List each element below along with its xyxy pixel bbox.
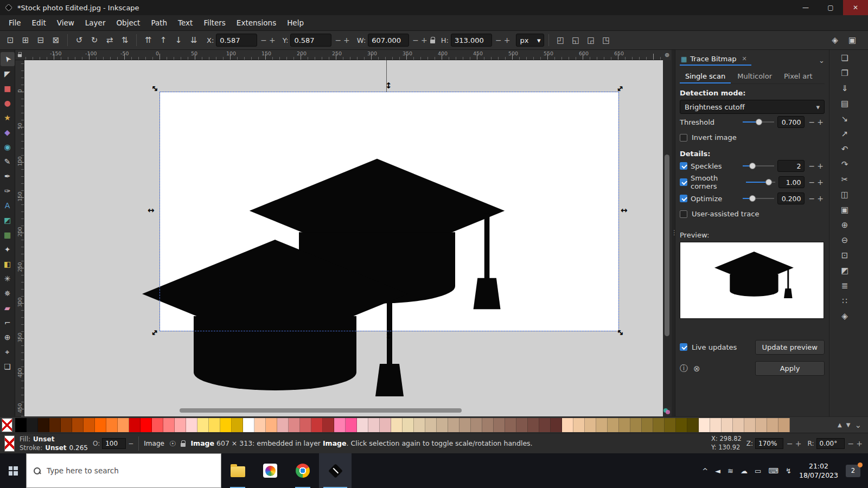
taskbar-color-app[interactable] xyxy=(254,453,286,488)
palette-swatch[interactable] xyxy=(482,418,494,432)
measure-tool[interactable]: ⌖ xyxy=(1,345,15,359)
decrement-icon[interactable]: − xyxy=(808,178,816,187)
palette-swatch[interactable] xyxy=(311,418,323,432)
zoom-out-icon[interactable]: ⊖ xyxy=(838,234,851,246)
pen-tool[interactable]: ✒ xyxy=(1,169,15,183)
print-icon[interactable]: ▤ xyxy=(838,98,851,109)
rotate-ccw-icon[interactable]: ↺ xyxy=(72,33,86,47)
maximize-button[interactable]: ▢ xyxy=(818,0,843,15)
align-dialog-icon[interactable]: ∷ xyxy=(838,295,851,306)
lock-ratio-icon[interactable] xyxy=(430,40,435,43)
palette-swatch[interactable] xyxy=(27,418,38,432)
palette-swatch[interactable] xyxy=(15,418,27,432)
increment-icon[interactable]: + xyxy=(816,178,825,187)
decrement-icon[interactable]: − xyxy=(808,194,816,203)
palette-swatch[interactable] xyxy=(619,418,630,432)
optimize-value[interactable]: 0.200 xyxy=(777,192,805,204)
network-icon[interactable]: ≋ xyxy=(727,467,733,475)
h-input[interactable]: 313.000 xyxy=(451,34,492,47)
palette-menu-icon[interactable]: ⌄ xyxy=(854,420,861,430)
user-assisted-checkbox[interactable] xyxy=(680,210,687,218)
palette-swatch[interactable] xyxy=(197,418,209,432)
opacity-input[interactable]: 100 xyxy=(102,438,126,449)
scale-handle-left-icon[interactable]: ↔ xyxy=(148,207,155,215)
mesh-tool[interactable]: ▦ xyxy=(1,228,15,242)
cancel-icon[interactable]: ⊗ xyxy=(693,364,700,374)
horizontal-ruler[interactable]: -150-100-5005010015020025030035040045050… xyxy=(24,50,663,60)
cut-icon[interactable]: ✂ xyxy=(838,174,851,185)
zoom-input[interactable]: 170% xyxy=(755,438,783,449)
stroke-width-value[interactable]: 0.265 xyxy=(69,444,88,452)
x-input[interactable]: 0.587 xyxy=(216,34,257,47)
start-button[interactable] xyxy=(0,453,26,488)
fill-value[interactable]: Unset xyxy=(33,435,54,443)
palette-swatch[interactable] xyxy=(448,418,459,432)
palette-swatch[interactable] xyxy=(608,418,619,432)
palette-swatch[interactable] xyxy=(346,418,357,432)
info-icon[interactable]: ⓘ xyxy=(680,363,688,374)
palette-swatch[interactable] xyxy=(528,418,539,432)
apply-button[interactable]: Apply xyxy=(755,361,825,376)
palette-swatch[interactable] xyxy=(551,418,562,432)
tray-chevron-icon[interactable]: ^ xyxy=(702,467,708,475)
palette-swatch[interactable] xyxy=(368,418,380,432)
tweak-tool[interactable]: ✳ xyxy=(1,272,15,286)
decrement-icon[interactable]: − xyxy=(334,36,342,44)
increment-icon[interactable]: + xyxy=(503,36,512,44)
scale-gradient-toggle-icon[interactable]: ◲ xyxy=(584,33,598,47)
menu-edit[interactable]: Edit xyxy=(27,16,52,29)
calligraphy-tool[interactable]: ✑ xyxy=(1,184,15,198)
scale-stroke-toggle-icon[interactable]: ◰ xyxy=(553,33,567,47)
snap-dialog-icon[interactable]: ◈ xyxy=(838,310,851,322)
palette-swatch[interactable] xyxy=(118,418,129,432)
scale-pattern-toggle-icon[interactable]: ◳ xyxy=(599,33,613,47)
palette-swatch[interactable] xyxy=(323,418,334,432)
decrement-icon[interactable]: − xyxy=(259,36,268,44)
new-document-icon[interactable]: ❏ xyxy=(838,52,851,63)
selector-tool[interactable]: ➤ xyxy=(1,52,15,66)
palette-swatch[interactable] xyxy=(539,418,551,432)
opacity-decrement-icon[interactable]: − xyxy=(128,440,133,447)
menu-path[interactable]: Path xyxy=(145,16,173,29)
palette-swatch[interactable] xyxy=(266,418,277,432)
snapping-toggle-icon[interactable]: ◈ xyxy=(828,33,842,47)
menu-view[interactable]: View xyxy=(52,16,80,29)
connector-tool[interactable]: ⌐ xyxy=(1,316,15,330)
flip-horizontal-icon[interactable]: ⇄ xyxy=(103,33,117,47)
optimize-checkbox[interactable] xyxy=(680,195,687,202)
palette-swatch[interactable] xyxy=(289,418,300,432)
box-3d-tool[interactable]: ◆ xyxy=(1,125,15,139)
pages-tool[interactable]: ❏ xyxy=(1,359,15,374)
color-profile-icon[interactable] xyxy=(662,407,671,416)
select-all-icon[interactable]: ⊡ xyxy=(3,33,17,47)
horizontal-scrollbar[interactable] xyxy=(24,407,663,414)
dropper-tool[interactable]: ✦ xyxy=(1,242,15,256)
menu-layer[interactable]: Layer xyxy=(80,16,111,29)
palette-swatch[interactable] xyxy=(437,418,448,432)
menu-text[interactable]: Text xyxy=(173,16,198,29)
taskbar-clock[interactable]: 21:02 18/07/2023 xyxy=(799,461,838,480)
no-paint-swatch[interactable] xyxy=(4,435,15,452)
palette-swatch[interactable] xyxy=(334,418,346,432)
y-input[interactable]: 0.587 xyxy=(290,34,331,47)
update-preview-button[interactable]: Update preview xyxy=(755,340,825,355)
copy-icon[interactable]: ◫ xyxy=(838,189,851,200)
palette-swatch[interactable] xyxy=(767,418,778,432)
select-all-layers-icon[interactable]: ⊞ xyxy=(18,33,33,47)
palette-swatch[interactable] xyxy=(403,418,414,432)
spray-tool[interactable]: ✵ xyxy=(1,286,15,300)
layer-lock-icon[interactable] xyxy=(181,443,186,447)
eraser-tool[interactable]: ▰ xyxy=(1,301,15,315)
palette-scroll-down-icon[interactable]: ▼ xyxy=(846,422,851,428)
menu-help[interactable]: Help xyxy=(282,16,309,29)
scale-corners-toggle-icon[interactable]: ◱ xyxy=(569,33,583,47)
palette-swatch[interactable] xyxy=(471,418,482,432)
palette-swatch[interactable] xyxy=(380,418,391,432)
menu-object[interactable]: Object xyxy=(111,16,145,29)
raise-to-top-icon[interactable]: ⇈ xyxy=(141,33,155,47)
decrement-icon[interactable]: − xyxy=(411,36,420,44)
palette-swatch[interactable] xyxy=(49,418,61,432)
scale-handle-bottom-icon[interactable]: ↕ xyxy=(385,332,392,341)
ruler-corner[interactable] xyxy=(15,50,24,60)
palette-swatch[interactable] xyxy=(152,418,163,432)
